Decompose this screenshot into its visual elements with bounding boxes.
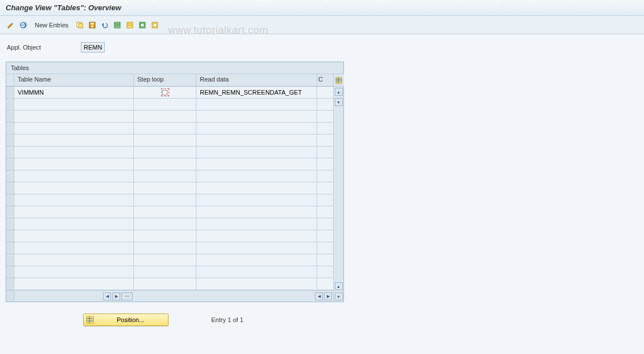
cell-read-data[interactable] — [196, 218, 317, 230]
cell-step-loop[interactable] — [134, 278, 196, 290]
cell-table-name[interactable] — [14, 182, 134, 194]
cell-table-name[interactable] — [14, 158, 134, 170]
cell-table-name[interactable] — [14, 206, 134, 218]
table-row[interactable] — [6, 99, 333, 111]
table-row[interactable] — [6, 218, 333, 230]
row-selector[interactable] — [6, 99, 14, 110]
table-row[interactable] — [6, 158, 333, 170]
row-selector[interactable] — [6, 123, 14, 134]
row-selector[interactable] — [6, 111, 14, 122]
table-header-c[interactable]: C — [317, 74, 325, 86]
cell-read-data[interactable] — [196, 254, 317, 266]
other-view-icon[interactable] — [18, 20, 28, 30]
table-row[interactable] — [6, 182, 333, 194]
table-header-step-loop[interactable]: Step loop — [134, 74, 196, 86]
cell-step-loop[interactable] — [134, 123, 196, 134]
cell-read-data[interactable] — [196, 147, 317, 158]
copy-as-icon[interactable] — [75, 20, 85, 30]
row-selector[interactable] — [6, 242, 14, 254]
scroll-up-button[interactable]: ▲ — [335, 88, 343, 96]
row-selector[interactable] — [6, 87, 14, 98]
position-button[interactable]: Position... — [83, 314, 169, 326]
cell-table-name[interactable] — [14, 147, 134, 158]
table-row[interactable]: VIMMMN REMN_REMN_SCREENDATA_GET — [6, 87, 333, 99]
new-entries-button[interactable]: New Entries — [31, 20, 72, 30]
cell-step-loop[interactable] — [134, 158, 196, 170]
row-selector[interactable] — [6, 170, 14, 182]
table-row[interactable] — [6, 135, 333, 147]
cell-step-loop[interactable] — [134, 242, 196, 254]
hscroll-right-button[interactable]: ▶ — [112, 292, 120, 300]
table-header-read-data[interactable]: Read data — [196, 74, 317, 86]
table-row[interactable] — [6, 206, 333, 218]
table-row[interactable] — [6, 194, 333, 206]
cell-table-name[interactable] — [14, 242, 134, 254]
cell-read-data[interactable] — [196, 170, 317, 182]
scroll-down-button-2[interactable]: ▼ — [335, 292, 343, 300]
toggle-display-change-icon[interactable] — [6, 20, 16, 30]
cell-table-name[interactable] — [14, 170, 134, 182]
cell-step-loop[interactable] — [134, 182, 196, 194]
table-row[interactable] — [6, 170, 333, 182]
undo-icon[interactable] — [100, 20, 110, 30]
table-header-table-name[interactable]: Table Name — [14, 74, 134, 86]
cell-read-data[interactable] — [196, 194, 317, 206]
cell-read-data[interactable] — [196, 206, 317, 218]
save-icon[interactable] — [87, 20, 97, 30]
cell-read-data[interactable] — [196, 230, 317, 242]
cell-step-loop[interactable] — [134, 147, 196, 158]
cell-read-data[interactable] — [196, 266, 317, 278]
table-row[interactable] — [6, 123, 333, 135]
cell-read-data[interactable] — [196, 182, 317, 194]
row-selector[interactable] — [6, 254, 14, 266]
row-selector[interactable] — [6, 218, 14, 230]
row-selector[interactable] — [6, 230, 14, 242]
cell-step-loop[interactable] — [134, 111, 196, 122]
cell-step-loop[interactable] — [134, 170, 196, 182]
cell-step-loop[interactable] — [134, 87, 196, 98]
cell-table-name[interactable]: VIMMMN — [14, 87, 134, 98]
scroll-up-button-2[interactable]: ▲ — [335, 282, 343, 290]
print-icon[interactable] — [150, 20, 160, 30]
cell-step-loop[interactable] — [134, 194, 196, 206]
cell-read-data[interactable] — [196, 242, 317, 254]
cell-table-name[interactable] — [14, 135, 134, 146]
table-config-button[interactable] — [334, 74, 344, 87]
scroll-down-button[interactable]: ▼ — [335, 98, 343, 106]
table-row[interactable] — [6, 230, 333, 242]
row-selector[interactable] — [6, 158, 14, 170]
cell-read-data[interactable] — [196, 158, 317, 170]
cell-table-name[interactable] — [14, 254, 134, 266]
row-selector[interactable] — [6, 194, 14, 206]
cell-step-loop[interactable] — [134, 206, 196, 218]
cell-step-loop[interactable] — [134, 230, 196, 242]
cell-table-name[interactable] — [14, 99, 134, 110]
row-selector[interactable] — [6, 266, 14, 278]
cell-read-data[interactable] — [196, 278, 317, 290]
deselect-all-icon[interactable] — [125, 20, 135, 30]
cell-read-data[interactable] — [196, 111, 317, 122]
cell-step-loop[interactable] — [134, 266, 196, 278]
row-selector[interactable] — [6, 147, 14, 158]
table-row[interactable] — [6, 242, 333, 254]
hscroll-left-button-2[interactable]: ◀ — [315, 292, 323, 300]
cell-read-data[interactable]: REMN_REMN_SCREENDATA_GET — [196, 87, 317, 98]
row-selector[interactable] — [6, 182, 14, 194]
cell-table-name[interactable] — [14, 218, 134, 230]
cell-read-data[interactable] — [196, 123, 317, 134]
cell-step-loop[interactable] — [134, 254, 196, 266]
cell-table-name[interactable] — [14, 230, 134, 242]
cell-table-name[interactable] — [14, 278, 134, 290]
delimit-icon[interactable] — [137, 20, 147, 30]
cell-read-data[interactable] — [196, 135, 317, 146]
cell-table-name[interactable] — [14, 266, 134, 278]
table-row[interactable] — [6, 147, 333, 158]
row-selector[interactable] — [6, 135, 14, 146]
cell-read-data[interactable] — [196, 99, 317, 110]
cell-step-loop[interactable] — [134, 99, 196, 110]
table-header-selector[interactable] — [6, 74, 14, 86]
cell-table-name[interactable] — [14, 111, 134, 122]
row-selector[interactable] — [6, 278, 14, 290]
hscroll-right-button-2[interactable]: ▶ — [324, 292, 332, 300]
hscroll-expand-button[interactable]: ⋯ — [121, 292, 133, 300]
